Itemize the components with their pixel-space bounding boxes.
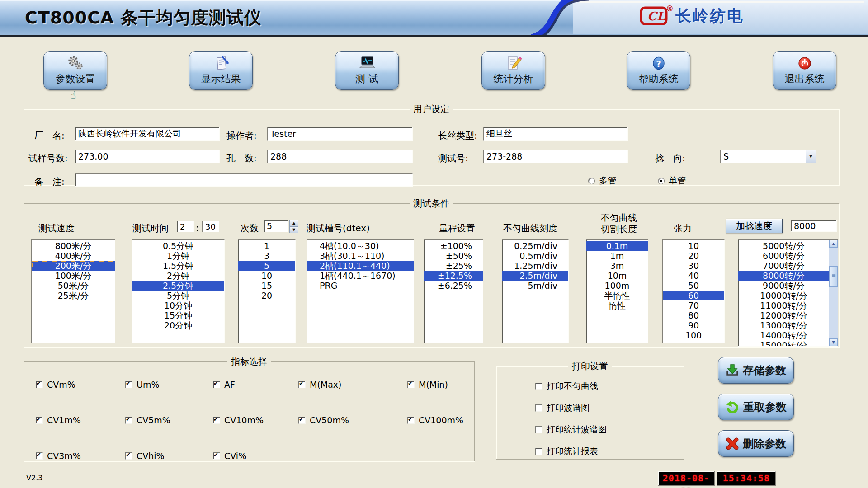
list-item[interactable]: 10	[238, 271, 295, 281]
list-item[interactable]: 5	[238, 261, 295, 271]
list-item[interactable]: 100	[663, 330, 724, 340]
list-item[interactable]: 1.25m/div	[502, 261, 568, 271]
list-item[interactable]: PRG	[307, 281, 414, 291]
list-item[interactable]: 100米/分	[32, 271, 115, 281]
statistics-button[interactable]: 统计分析	[481, 51, 545, 90]
list-item[interactable]: 1m	[586, 251, 648, 261]
list-item[interactable]: 14000转/分	[738, 330, 829, 340]
list-item[interactable]: 20	[663, 251, 724, 261]
list-item[interactable]: ±12.5%	[424, 271, 483, 281]
list-item[interactable]: 2.5分钟	[132, 281, 224, 291]
curve-scale-list[interactable]: 0.25m/div0.5m/div1.25m/div2.5m/div5m/div	[502, 239, 569, 343]
tube-mode-option[interactable]: 多管	[588, 175, 616, 187]
list-item[interactable]: 2槽(110.1～440)	[307, 261, 414, 271]
test-time-list[interactable]: 0.5分钟1分钟1.5分钟2分钟2.5分钟5分钟10分钟15分钟20分钟	[132, 239, 225, 343]
list-item[interactable]: 10m	[586, 271, 648, 281]
list-item[interactable]: ±25%	[424, 261, 483, 271]
chevron-down-icon[interactable]: ▼	[806, 150, 816, 163]
operator-input[interactable]	[267, 127, 413, 141]
reload-params-button[interactable]: 重取参数	[718, 394, 794, 420]
list-item[interactable]: 3	[238, 251, 295, 261]
print-checkbox[interactable]: 打印波谱图	[535, 402, 607, 414]
list-item[interactable]: 4槽(10.0～30)	[307, 241, 414, 251]
list-item[interactable]: 5分钟	[132, 291, 224, 300]
filament-type-input[interactable]	[483, 127, 628, 141]
list-item[interactable]: 13000转/分	[738, 320, 829, 330]
count-input[interactable]	[264, 220, 288, 232]
list-item[interactable]: 1分钟	[132, 251, 224, 261]
list-item[interactable]: 10000转/分	[738, 291, 829, 300]
list-item[interactable]: 半惰性	[586, 291, 648, 300]
indicator-checkbox[interactable]: CV5m%	[125, 415, 213, 425]
list-item[interactable]: 200米/分	[32, 261, 115, 271]
sample-count-input[interactable]	[75, 150, 220, 163]
list-item[interactable]: 50	[663, 281, 724, 291]
help-button[interactable]: ? 帮助系统	[627, 51, 690, 90]
print-checkbox[interactable]: 打印统计报表	[535, 446, 607, 457]
list-item[interactable]: 10分钟	[132, 300, 224, 310]
list-item[interactable]: 10	[663, 241, 724, 251]
list-item[interactable]: 15000转/分	[738, 340, 829, 347]
twist-speed-button[interactable]: 加捻速度	[726, 219, 783, 233]
list-item[interactable]: ±6.25%	[424, 281, 483, 291]
list-item[interactable]: 80	[663, 310, 724, 320]
list-item[interactable]: 30	[663, 261, 724, 271]
list-item[interactable]: 40	[663, 271, 724, 281]
list-item[interactable]: 3m	[586, 261, 648, 271]
list-item[interactable]: 9000转/分	[738, 281, 829, 291]
indicator-checkbox[interactable]: CV1m%	[36, 415, 125, 425]
print-checkbox[interactable]: 打印统计波谱图	[535, 424, 607, 436]
indicator-checkbox[interactable]: CV10m%	[213, 415, 298, 425]
holes-input[interactable]	[267, 150, 413, 163]
save-params-button[interactable]: 存储参数	[718, 357, 794, 384]
list-item[interactable]: 400米/分	[32, 251, 115, 261]
list-item[interactable]: 7000转/分	[738, 261, 829, 271]
list-item[interactable]: 15分钟	[132, 310, 224, 320]
twist-speed-input[interactable]	[791, 220, 837, 232]
spin-up-icon[interactable]: ▲	[289, 220, 298, 226]
indicator-checkbox[interactable]: CVi%	[213, 451, 298, 461]
indicator-checkbox[interactable]: CVm%	[36, 380, 125, 389]
list-item[interactable]: 5000转/分	[738, 241, 829, 251]
list-item[interactable]: 15	[238, 281, 295, 291]
list-item[interactable]: 60	[663, 291, 724, 300]
scroll-down-icon[interactable]: ▼	[829, 338, 838, 346]
indicator-checkbox[interactable]: Um%	[125, 380, 213, 389]
twist-direction-select[interactable]: S ▼	[720, 150, 816, 163]
test-no-input[interactable]	[483, 150, 628, 163]
list-item[interactable]: 0.5m/div	[502, 251, 568, 261]
list-item[interactable]: 3槽(30.1～110)	[307, 251, 414, 261]
show-results-button[interactable]: 显示结果	[189, 51, 253, 90]
list-item[interactable]: 1槽(440.1～1670)	[307, 271, 414, 281]
count-list[interactable]: 135101520	[238, 239, 296, 343]
list-item[interactable]: 100m	[586, 281, 648, 291]
test-button[interactable]: 测 试	[335, 51, 399, 90]
time-seconds-input[interactable]	[202, 221, 219, 232]
indicator-checkbox[interactable]: CV100m%	[407, 415, 470, 425]
list-item[interactable]: 20	[238, 291, 295, 300]
list-item[interactable]: 惰性	[586, 300, 648, 310]
list-item[interactable]: 0.25m/div	[502, 241, 568, 251]
list-item[interactable]: 0.5分钟	[132, 241, 224, 251]
list-item[interactable]: 800米/分	[32, 241, 115, 251]
range-list[interactable]: ±100%±50%±25%±12.5%±6.25%	[424, 239, 483, 343]
list-item[interactable]: 5m/div	[502, 281, 568, 291]
exit-button[interactable]: 退出系统	[773, 51, 836, 90]
list-item[interactable]: 8000转/分	[738, 271, 829, 281]
twist-speed-list[interactable]: 5000转/分6000转/分7000转/分8000转/分9000转/分10000…	[738, 239, 838, 347]
factory-input[interactable]	[75, 127, 220, 141]
list-item[interactable]: 70	[663, 300, 724, 310]
indicator-checkbox[interactable]: M(Max)	[298, 380, 407, 389]
indicator-checkbox[interactable]: AF	[213, 380, 298, 389]
indicator-checkbox[interactable]: CVhi%	[125, 451, 213, 461]
list-item[interactable]: 0.1m	[586, 241, 648, 251]
test-speed-list[interactable]: 800米/分400米/分200米/分100米/分50米/分25米/分	[31, 239, 115, 343]
time-minutes-input[interactable]	[177, 221, 194, 232]
list-item[interactable]: 2分钟	[132, 271, 224, 281]
scrollbar[interactable]: ▲ ▼	[829, 240, 838, 346]
slot-list[interactable]: 4槽(10.0～30)3槽(30.1～110)2槽(110.1～440)1槽(4…	[307, 239, 414, 343]
list-item[interactable]: 11000转/分	[738, 300, 829, 310]
list-item[interactable]: ±100%	[424, 241, 483, 251]
list-item[interactable]: 1.5分钟	[132, 261, 224, 271]
indicator-checkbox[interactable]: CV50m%	[298, 415, 407, 425]
